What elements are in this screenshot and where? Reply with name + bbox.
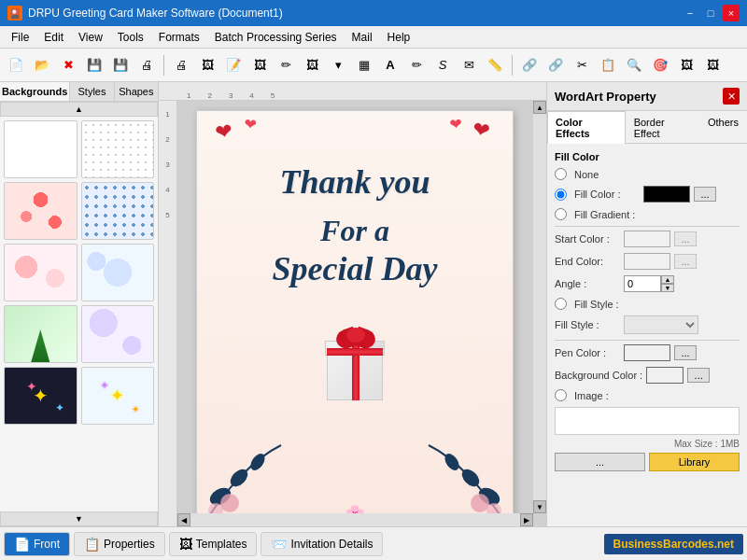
- toolbar-img5[interactable]: 🖼: [674, 53, 698, 77]
- toolbar-img4[interactable]: 🖼: [300, 53, 324, 77]
- bg-item-1[interactable]: [4, 120, 78, 178]
- toolbar-print2[interactable]: 🖨: [169, 53, 193, 77]
- toolbar-close[interactable]: ✖: [56, 53, 80, 77]
- menu-batch[interactable]: Batch Processing Series: [207, 29, 345, 46]
- scroll-down-btn[interactable]: ▼: [0, 511, 158, 526]
- angle-up-btn[interactable]: ▲: [661, 275, 674, 284]
- toolbar-grid[interactable]: ▦: [352, 53, 376, 77]
- image-radio[interactable]: [555, 389, 567, 401]
- vscrollbar[interactable]: ▲ ▼: [533, 101, 546, 513]
- image-path-area: [555, 407, 740, 435]
- tab-invitation[interactable]: 📨 Invitation Details: [261, 532, 383, 556]
- toolbar-target[interactable]: 🎯: [648, 53, 672, 77]
- right-panel-header: WordArt Property ✕: [547, 82, 747, 111]
- bg-item-8[interactable]: [81, 305, 155, 363]
- tab-properties-label: Properties: [104, 538, 155, 551]
- bg-item-5[interactable]: [4, 244, 78, 301]
- toolbar-img2[interactable]: 📝: [221, 53, 246, 77]
- menu-tools[interactable]: Tools: [110, 29, 151, 46]
- tab-front[interactable]: 📄 Front: [4, 532, 70, 556]
- bg-item-3[interactable]: [4, 182, 78, 240]
- front-icon: 📄: [14, 537, 30, 552]
- bg-item-7[interactable]: [4, 305, 78, 363]
- tab-shapes[interactable]: Shapes: [115, 82, 158, 101]
- maximize-button[interactable]: □: [702, 5, 719, 21]
- angle-input-group: ▲ ▼: [624, 275, 674, 292]
- fill-color-picker-btn[interactable]: ...: [694, 187, 716, 202]
- tab-styles[interactable]: Styles: [70, 82, 114, 101]
- menu-mail[interactable]: Mail: [345, 29, 380, 46]
- fill-gradient-radio[interactable]: [555, 208, 567, 220]
- toolbar-save2[interactable]: 💾: [108, 53, 133, 77]
- start-color-swatch[interactable]: [624, 231, 670, 247]
- titlebar-controls[interactable]: − □ ×: [682, 5, 740, 21]
- biz-text1: BusinessBarcodes: [613, 538, 714, 551]
- minimize-button[interactable]: −: [682, 5, 698, 21]
- menu-help[interactable]: Help: [380, 29, 418, 46]
- fill-color-swatch[interactable]: [643, 186, 690, 203]
- bg-item-6[interactable]: [81, 244, 155, 301]
- toolbar-img1[interactable]: 🖼: [195, 53, 219, 77]
- scroll-up-btn[interactable]: ▲: [0, 102, 158, 117]
- business-badge: BusinessBarcodes.net: [604, 534, 743, 554]
- titlebar-left: 🎴 DRPU Greeting Card Maker Software (Doc…: [7, 6, 283, 21]
- toolbar-draw[interactable]: ✏: [274, 53, 298, 77]
- fill-style-radio[interactable]: [555, 298, 567, 310]
- toolbar-copy[interactable]: 📋: [596, 53, 620, 77]
- toolbar-new[interactable]: 📄: [4, 53, 28, 77]
- left-tabs: Backgrounds Styles Shapes: [0, 82, 158, 102]
- fill-none-label: None: [574, 169, 640, 180]
- divider-1: [555, 226, 740, 227]
- tab-others[interactable]: Others: [699, 111, 747, 144]
- toolbar-pencil[interactable]: ✏: [404, 53, 429, 77]
- toolbar-print[interactable]: 🖨: [134, 53, 159, 77]
- tab-color-effects[interactable]: Color Effects: [547, 111, 626, 144]
- toolbar-link1[interactable]: 🔗: [517, 53, 542, 77]
- library-btn[interactable]: Library: [649, 453, 740, 471]
- bg-color-btn[interactable]: ...: [687, 368, 710, 383]
- tab-backgrounds[interactable]: Backgrounds: [0, 82, 70, 101]
- bg-grid: ✦ ✦ ✦ ✦ ✦ ✦: [0, 117, 158, 428]
- menu-formats[interactable]: Formats: [151, 29, 207, 46]
- toolbar-ruler[interactable]: 📏: [483, 53, 507, 77]
- bg-item-9[interactable]: ✦ ✦ ✦: [4, 367, 78, 425]
- right-panel-close-button[interactable]: ✕: [723, 88, 740, 105]
- tab-front-label: Front: [34, 538, 60, 551]
- bg-item-10[interactable]: ✦ ✦ ✦: [81, 367, 155, 425]
- pen-color-btn[interactable]: ...: [674, 345, 697, 360]
- canvas-scroll[interactable]: ❤ ❤ ❤ ❤ Thank you For a Special Day: [177, 101, 546, 526]
- tab-templates[interactable]: 🖼 Templates: [169, 532, 258, 556]
- ruler-vertical: 12345: [159, 101, 177, 526]
- bg-item-4[interactable]: [81, 182, 155, 240]
- toolbar-img3[interactable]: 🖼: [247, 53, 272, 77]
- bg-item-2[interactable]: [81, 120, 155, 178]
- start-color-btn[interactable]: ...: [674, 231, 697, 246]
- toolbar-cut[interactable]: ✂: [570, 53, 594, 77]
- toolbar-open[interactable]: 📂: [30, 53, 54, 77]
- menu-edit[interactable]: Edit: [36, 29, 71, 46]
- toolbar-save[interactable]: 💾: [82, 53, 106, 77]
- pen-color-swatch[interactable]: [624, 344, 670, 361]
- angle-input[interactable]: [624, 275, 661, 292]
- toolbar-link2[interactable]: 🔗: [543, 53, 568, 77]
- toolbar-email[interactable]: ✉: [457, 53, 481, 77]
- fill-none-radio[interactable]: [555, 168, 567, 180]
- bg-color-swatch[interactable]: [646, 367, 684, 384]
- close-button[interactable]: ×: [723, 5, 740, 21]
- menu-view[interactable]: View: [71, 29, 110, 46]
- tab-border-effect[interactable]: Border Effect: [626, 111, 699, 144]
- toolbar-s[interactable]: S: [430, 53, 455, 77]
- toolbar-dropdown[interactable]: ▾: [326, 53, 350, 77]
- tab-properties[interactable]: 📋 Properties: [74, 532, 165, 556]
- fill-color-radio[interactable]: [555, 189, 567, 201]
- angle-down-btn[interactable]: ▼: [661, 284, 674, 292]
- menu-file[interactable]: File: [4, 29, 36, 46]
- toolbar-zoom[interactable]: 🔍: [622, 53, 646, 77]
- hscrollbar[interactable]: ◀ ▶: [177, 513, 533, 526]
- image-browse-btn[interactable]: ...: [555, 453, 645, 471]
- end-color-swatch[interactable]: [624, 253, 670, 270]
- toolbar-img6[interactable]: 🖼: [700, 53, 725, 77]
- end-color-btn[interactable]: ...: [674, 254, 697, 269]
- fill-style-select[interactable]: [624, 315, 698, 334]
- toolbar-text[interactable]: A: [378, 53, 402, 77]
